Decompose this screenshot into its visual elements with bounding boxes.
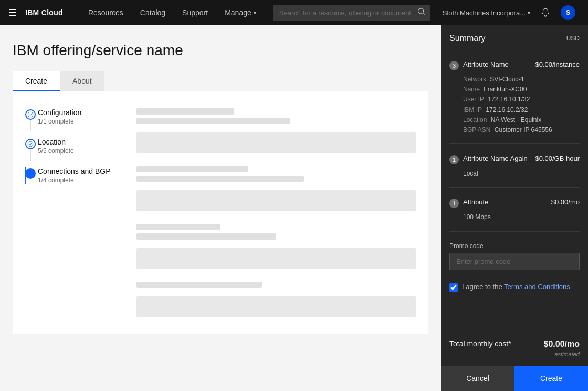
summary-item-2: 1 Attribute Name Again $0.00/GB hour Loc… [449,155,580,188]
step-configuration-label: Configuration [38,108,120,117]
summary-item-1-left: 3 Attribute Name [449,60,509,70]
summary-item-2-name: Attribute Name Again [463,155,528,162]
skeleton-box [136,190,416,211]
cancel-button[interactable]: Cancel [441,366,514,391]
steps-sidebar: Configuration 1/1 complete Location 5/5 … [25,108,120,317]
tab-about[interactable]: About [60,71,104,91]
summary-item-2-price: $0.00/GB hour [535,155,580,162]
skeleton-box [136,132,416,153]
summary-item-1-details: Network SVI-Cloud-1 Name Frankfurt-XC00 … [449,75,580,135]
search-icon [417,8,426,18]
tabs: Create About [13,71,428,91]
summary-item-2-header: 1 Attribute Name Again $0.00/GB hour [449,155,580,164]
skeleton-line [136,282,262,288]
detail-row: User IP 172.16.10.1/32 [463,95,580,105]
detail-row: Location NA West - Equinix [463,115,580,125]
terms-link[interactable]: Terms and Conditions [504,283,570,291]
step-configuration-indicator [25,109,36,120]
nav-catalog[interactable]: Catalog [132,0,174,25]
nav-support[interactable]: Support [174,0,216,25]
skeleton-group-4 [136,282,416,288]
detail-row: Name Frankfurt-XC00 [463,85,580,95]
summary-item-1-header: 3 Attribute Name $0.00/instance [449,60,580,70]
page-title: IBM offering/service name [13,42,428,59]
skeleton-group-2 [136,166,416,182]
skeleton-group-3 [136,224,416,240]
skeleton-line [136,166,248,172]
summary-footer: Total monthly cost* $0.00/mo estimated [441,331,588,366]
step-configuration-sublabel: 1/1 complete [38,118,120,125]
detail-row: BGP ASN Customer IP 645556 [463,125,580,135]
skeleton-line [136,176,304,182]
total-estimated: estimated [449,351,580,357]
summary-body: 3 Attribute Name $0.00/instance Network … [441,52,588,331]
main-wrapper: IBM offering/service name Create About C… [0,25,588,391]
tab-create-content: Configuration 1/1 complete Location 5/5 … [13,91,428,334]
agree-checkbox[interactable] [449,283,458,292]
search-input[interactable] [273,5,430,21]
step-connections-label: Connections and BGP [38,167,120,176]
notifications-icon[interactable] [537,0,554,25]
total-price: $0.00/mo [544,339,580,349]
skeleton-line [136,118,290,124]
skeleton-line [136,233,276,240]
total-row: Total monthly cost* $0.00/mo [449,339,580,349]
nav-manage[interactable]: Manage ▾ [216,0,265,25]
step-connections: Connections and BGP 1/4 complete [25,167,120,184]
promo-section: Promo code [449,242,580,270]
summary-item-1: 3 Attribute Name $0.00/instance Network … [449,60,580,144]
user-avatar: S [561,5,575,20]
account-chevron-icon: ▾ [528,10,530,16]
detail-row: Network SVI-Cloud-1 [463,75,580,85]
content-area: IBM offering/service name Create About C… [0,25,441,391]
skeleton-box [136,248,416,269]
summary-item-1-name: Attribute Name [463,60,509,68]
step-location-indicator [25,139,36,149]
summary-item-3-name: Attribute [463,198,488,206]
step-location-label: Location [38,138,120,146]
action-buttons: Cancel Create [441,366,588,391]
total-label: Total monthly cost* [449,339,511,348]
summary-currency: USD [566,35,580,42]
summary-item-2-left: 1 Attribute Name Again [449,155,528,164]
hamburger-icon[interactable]: ☰ [8,7,17,18]
step-connections-sublabel: 1/4 complete [38,177,120,184]
summary-badge-1: 3 [449,61,459,70]
step-configuration: Configuration 1/1 complete [25,108,120,125]
detail-row: IBM IP 172.16.10.2/32 [463,105,580,115]
summary-badge-3: 1 [449,199,459,208]
create-button[interactable]: Create [514,366,588,391]
search-bar [273,5,430,21]
skeleton-line [136,108,234,115]
summary-title: Summary [449,34,485,43]
summary-item-3-left: 1 Attribute [449,198,488,208]
summary-item-3-price: $0.00/mo [551,198,580,206]
summary-item-3: 1 Attribute $0.00/mo 100 Mbps [449,198,580,231]
chevron-down-icon: ▾ [254,10,256,16]
promo-input[interactable] [449,253,580,270]
account-selector[interactable]: Sloth Machines Incorpora... ▾ [438,9,534,17]
form-skeleton [136,108,416,317]
agree-text: I agree to the Terms and Conditions [462,283,570,291]
step-location: Location 5/5 complete [25,138,120,155]
promo-label: Promo code [449,242,580,250]
navbar-right: Sloth Machines Incorpora... ▾ S [438,0,580,25]
summary-header: Summary USD [441,25,588,52]
skeleton-line [136,224,220,230]
skeleton-box [136,296,416,317]
account-name: Sloth Machines Incorpora... [443,9,526,17]
summary-item-2-details: Local [449,169,580,179]
navbar: ☰ IBM Cloud Resources Catalog Support Ma… [0,0,588,25]
skeleton-group-1 [136,108,416,124]
summary-panel: Summary USD 3 Attribute Name $0.00/insta… [441,25,588,391]
nav-resources[interactable]: Resources [80,0,132,25]
summary-badge-2: 1 [449,155,459,164]
brand-logo: IBM Cloud [25,8,63,17]
avatar[interactable]: S [556,0,580,25]
step-location-sublabel: 5/5 complete [38,147,120,155]
summary-item-3-header: 1 Attribute $0.00/mo [449,198,580,208]
summary-item-1-price: $0.00/instance [535,60,580,68]
step-connections-indicator [25,168,36,179]
form-area [136,108,416,317]
tab-create[interactable]: Create [13,71,60,91]
